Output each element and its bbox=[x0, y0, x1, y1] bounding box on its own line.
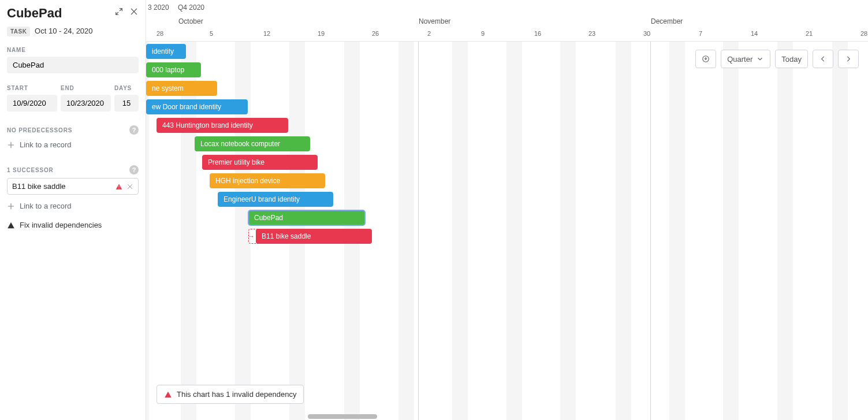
task-type-badge: TASK bbox=[7, 27, 30, 36]
today-button[interactable]: Today bbox=[775, 50, 808, 68]
name-label: NAME bbox=[7, 47, 139, 53]
chevron-left-icon bbox=[819, 55, 827, 63]
close-icon[interactable] bbox=[129, 7, 139, 18]
successor-chip[interactable]: B11 bike saddle bbox=[7, 178, 139, 195]
gantt-bar[interactable]: ew Door brand identity bbox=[146, 99, 248, 114]
gantt-bar[interactable]: HGH injection device bbox=[210, 173, 325, 188]
dependency-arrow-icon: → bbox=[247, 232, 255, 240]
remove-chip-icon[interactable] bbox=[126, 183, 133, 190]
link-record-label: Link to a record bbox=[20, 202, 72, 210]
day-label: 7 bbox=[699, 30, 702, 37]
start-label: START bbox=[7, 85, 57, 91]
expand-icon[interactable] bbox=[114, 7, 124, 18]
help-icon[interactable]: ? bbox=[129, 125, 139, 135]
successor-chip-label: B11 bike saddle bbox=[12, 182, 66, 191]
name-input[interactable] bbox=[7, 57, 139, 73]
link-successor-button[interactable]: Link to a record bbox=[7, 199, 139, 213]
bars-layer: identity000 laptopne systemew Door brand… bbox=[146, 42, 868, 420]
horizontal-scrollbar[interactable] bbox=[308, 414, 377, 419]
fix-dependencies-label: Fix invalid dependencies bbox=[20, 221, 102, 229]
day-label: 23 bbox=[588, 30, 595, 37]
day-label: 21 bbox=[806, 30, 813, 37]
quarter-label: 3 2020 bbox=[148, 3, 169, 12]
task-date-summary: Oct 10 - 24, 2020 bbox=[35, 27, 92, 35]
gantt-bar[interactable]: Premier utility bike bbox=[202, 155, 318, 170]
day-label: 2 bbox=[427, 30, 431, 37]
warning-icon bbox=[115, 183, 123, 191]
scroll-right-button[interactable] bbox=[838, 50, 859, 68]
gantt-bar[interactable]: 000 laptop bbox=[146, 62, 201, 77]
timeline-controls: Quarter Today bbox=[695, 50, 859, 68]
warning-banner-text: This chart has 1 invalid dependency bbox=[177, 390, 296, 399]
gantt-bar[interactable]: EngineerU brand identity bbox=[218, 192, 333, 207]
days-label: DAYS bbox=[114, 85, 139, 91]
start-input[interactable] bbox=[7, 95, 57, 111]
timeline-header: 3 2020Q4 2020 OctoberNovemberDecember 28… bbox=[146, 0, 868, 42]
day-label: 19 bbox=[318, 30, 325, 37]
task-title: CubePad bbox=[7, 6, 116, 21]
quarter-label: Q4 2020 bbox=[178, 3, 204, 12]
gantt-bar[interactable]: CubePad bbox=[248, 210, 365, 225]
invalid-dependency-banner[interactable]: This chart has 1 invalid dependency bbox=[157, 385, 304, 404]
month-label: November bbox=[419, 17, 450, 25]
today-label: Today bbox=[781, 55, 802, 64]
month-label: December bbox=[651, 17, 683, 25]
day-label: 26 bbox=[372, 30, 379, 37]
end-input[interactable] bbox=[61, 95, 111, 111]
day-label: 28 bbox=[157, 30, 163, 37]
chevron-down-icon bbox=[756, 55, 764, 63]
link-predecessor-button[interactable]: Link to a record bbox=[7, 138, 139, 151]
month-label: October bbox=[178, 17, 203, 25]
day-label: 9 bbox=[481, 30, 485, 37]
help-icon[interactable]: ? bbox=[129, 165, 139, 174]
gantt-bar[interactable]: Locax notebook computer bbox=[195, 136, 310, 151]
scroll-left-button[interactable] bbox=[813, 50, 833, 68]
day-label: 14 bbox=[751, 30, 758, 37]
days-input[interactable] bbox=[114, 95, 139, 111]
zoom-select-label: Quarter bbox=[727, 55, 752, 64]
link-record-label: Link to a record bbox=[20, 140, 72, 149]
download-button[interactable] bbox=[695, 50, 716, 68]
day-label: 5 bbox=[210, 30, 213, 37]
gantt-bar[interactable]: identity bbox=[146, 44, 186, 59]
warning-icon bbox=[164, 391, 172, 399]
day-label: 30 bbox=[643, 30, 650, 37]
day-label: 28 bbox=[860, 30, 867, 37]
successors-header: 1 SUCCESSOR bbox=[7, 167, 54, 173]
fix-dependencies-button[interactable]: Fix invalid dependencies bbox=[7, 221, 139, 229]
gantt-bar[interactable]: B11 bike saddle bbox=[256, 229, 372, 244]
gantt-bar[interactable]: ne system bbox=[146, 81, 217, 96]
day-label: 12 bbox=[263, 30, 270, 37]
gantt-bar[interactable]: 443 Huntington brand identity bbox=[157, 118, 288, 133]
predecessors-header: NO PREDECESSORS bbox=[7, 127, 72, 133]
warning-icon bbox=[7, 221, 15, 229]
task-detail-panel: CubePad TASK Oct 10 - 24, 2020 NAME STAR… bbox=[0, 0, 146, 420]
chevron-right-icon bbox=[844, 55, 852, 63]
day-label: 16 bbox=[534, 30, 541, 37]
gantt-chart[interactable]: 3 2020Q4 2020 OctoberNovemberDecember 28… bbox=[146, 0, 868, 420]
end-label: END bbox=[61, 85, 111, 91]
zoom-select[interactable]: Quarter bbox=[721, 50, 770, 68]
